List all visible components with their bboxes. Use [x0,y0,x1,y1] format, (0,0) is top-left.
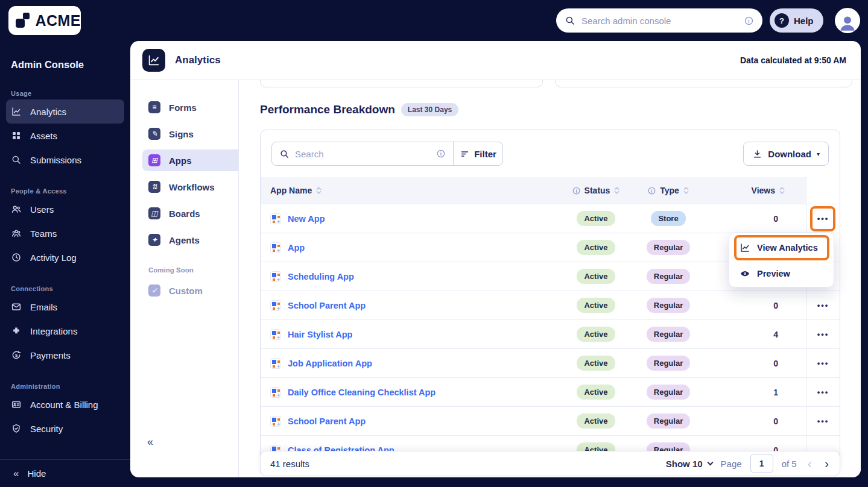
page-number-input[interactable] [750,454,773,473]
subnav-item-icon: ≡ [148,101,160,113]
table-row: Hair Stylist App Active Regular 4 ••• [261,319,840,348]
row-actions-button[interactable]: ••• [817,416,829,426]
subnav-item[interactable]: ✦ Agents [142,229,238,251]
sidebar-item[interactable]: Users [6,197,124,221]
sort-icon[interactable] [613,186,620,195]
download-label: Download [768,149,811,159]
subnav-item[interactable]: ⊞ Apps [142,149,238,171]
status-badge: Active [577,269,615,284]
sidebar-item-icon [11,350,22,360]
brand-logo[interactable]: ACME [8,6,81,35]
app-name-link[interactable]: App [288,243,305,253]
show-per-page-dropdown[interactable]: Show 10 [666,459,712,469]
row-actions-button[interactable]: ••• [817,214,829,223]
sidebar-item-icon [11,301,22,312]
table-row: New App Active Store 0 ••• [261,204,840,233]
type-badge: Regular [647,413,690,429]
info-icon[interactable] [436,149,446,159]
global-search[interactable]: Search admin console [556,8,762,33]
views-value: 0 [705,416,806,426]
sort-icon[interactable] [315,186,322,195]
sidebar-item[interactable]: Submissions [6,148,124,172]
table-row: School Parent App Active Regular 0 ••• [261,291,840,319]
type-badge: Regular [647,298,690,313]
sidebar-item-icon [11,130,22,141]
sort-icon[interactable] [779,186,785,195]
column-header-app-name[interactable]: App Name [261,177,560,204]
sidebar-hide-button[interactable]: « Hide [0,459,130,487]
subnav-item[interactable]: ⇅ Workflows [142,176,238,198]
app-tile-icon [270,416,281,427]
period-badge: Last 30 Days [401,103,458,116]
sidebar-item-icon [11,228,22,239]
column-header-status[interactable]: Status [560,177,632,204]
info-icon[interactable] [647,186,656,195]
results-count: 41 results [270,459,309,469]
panel-header: Analytics Data calculated at 9:50 AM [130,41,861,80]
analytics-icon [142,49,165,72]
table-search-input[interactable]: Search [272,142,453,165]
app-tile-icon [270,358,281,369]
column-header-views[interactable]: Views [705,177,806,204]
sidebar-item[interactable]: Integrations [6,319,124,343]
download-button[interactable]: Download ▾ [743,142,829,166]
info-icon[interactable] [744,16,754,26]
menu-item-preview[interactable]: Preview [729,260,834,286]
subnav-item[interactable]: ◫ Boards [142,203,238,224]
sidebar-item[interactable]: Payments [6,343,124,367]
status-badge: Active [577,298,615,313]
subnav-item-icon: ◫ [148,207,160,219]
app-name-link[interactable]: Scheduling App [288,272,354,281]
hide-label: Hide [27,468,46,479]
sidebar-item[interactable]: Emails [6,295,124,319]
app-tile-icon [270,213,281,224]
type-badge: Regular [647,385,690,400]
sidebar-item-label: Activity Log [30,253,77,263]
subnav-item[interactable]: ✎ Signs [142,123,238,145]
filter-button[interactable]: Filter [453,142,502,165]
product-subnav: ≡ Forms ✎ Signs ⊞ Apps ⇅ [130,80,239,477]
menu-item-view-analytics[interactable]: View Analytics [729,234,834,260]
type-badge: Store [651,211,685,226]
app-tile-icon [270,329,281,340]
row-context-menu: View Analytics Preview [729,232,834,287]
sidebar-item-icon [11,106,22,117]
row-actions-button[interactable]: ••• [817,388,829,397]
collapse-icon: « [13,468,19,480]
app-name-link[interactable]: New App [288,214,325,224]
help-button[interactable]: ? Help [770,8,823,33]
app-name-link[interactable]: School Parent App [288,416,366,426]
subnav-collapse-button[interactable]: « [147,436,153,448]
sidebar-item[interactable]: Assets [6,124,124,148]
previous-page-button[interactable]: ‹ [805,457,814,471]
sidebar-item[interactable]: Teams [6,221,124,245]
row-actions-button[interactable]: ••• [817,330,829,339]
subnav-item-coming[interactable]: ✓ Custom [142,280,238,301]
app-name-link[interactable]: Job Application App [288,359,372,368]
column-header-type[interactable]: Type [632,177,705,204]
section-heading: Performance Breakdown [260,103,395,116]
sidebar-item[interactable]: Security [6,416,124,441]
page-label: Page [721,459,742,469]
sidebar-item[interactable]: Account & Billing [6,392,124,416]
app-name-link[interactable]: Hair Stylist App [288,330,352,339]
row-actions-button[interactable]: ••• [817,359,829,368]
sidebar-item[interactable]: Analytics [6,99,124,124]
next-page-button[interactable]: › [822,457,831,471]
subnav-item-label: Signs [169,129,194,139]
subnav-item-label: Workflows [169,182,215,192]
row-actions-button[interactable]: ••• [817,301,829,310]
info-icon[interactable] [572,186,581,195]
filter-icon [460,149,470,159]
user-avatar[interactable] [835,8,860,33]
status-badge: Active [577,211,615,226]
subnav-item[interactable]: ≡ Forms [142,96,238,118]
sort-icon[interactable] [683,186,689,195]
app-name-link[interactable]: Daily Office Cleaning Checklist App [288,388,436,397]
status-badge: Active [577,356,615,371]
eye-icon [740,268,750,279]
app-name-link[interactable]: School Parent App [288,301,366,310]
sidebar-item[interactable]: Activity Log [6,245,124,269]
search-icon [565,15,575,26]
section-label: People & Access [6,187,124,195]
